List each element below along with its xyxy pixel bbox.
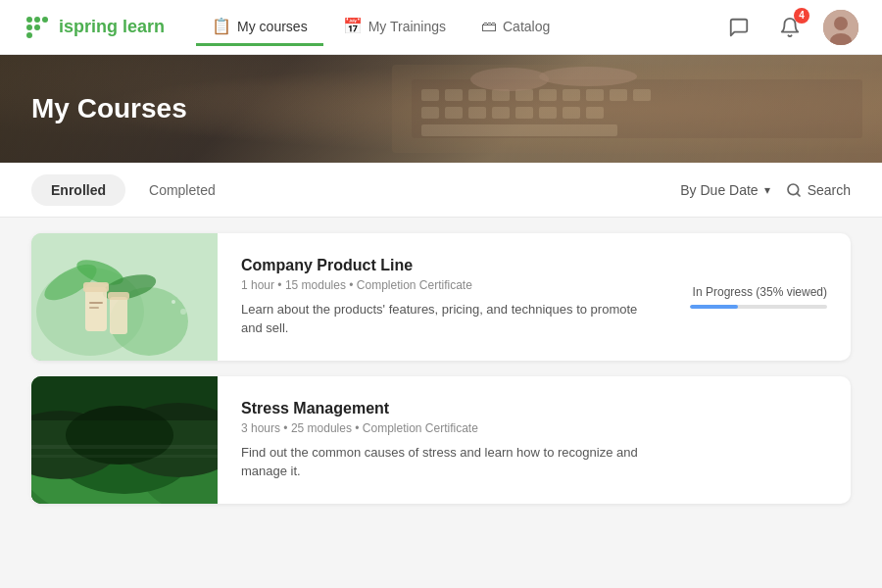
logo[interactable]: ispring learn [24, 14, 165, 41]
svg-point-4 [34, 24, 40, 30]
avatar[interactable] [823, 10, 858, 45]
page-title: My Courses [31, 93, 187, 124]
svg-point-1 [34, 17, 40, 23]
course-card: Stress Management 3 hours • 25 modules •… [31, 376, 851, 504]
svg-rect-25 [515, 107, 533, 119]
course-progress: In Progress (35% viewed) [674, 233, 851, 361]
logo-ispring: ispring [59, 17, 118, 36]
svg-rect-18 [586, 89, 604, 101]
svg-rect-20 [633, 89, 651, 101]
notification-badge: 4 [794, 8, 809, 24]
svg-point-5 [26, 32, 32, 38]
svg-rect-17 [563, 89, 580, 101]
chat-button[interactable] [721, 10, 757, 45]
svg-point-31 [539, 67, 637, 86]
logo-icon [24, 14, 51, 41]
svg-point-47 [180, 309, 186, 315]
hero-banner: My Courses [0, 55, 882, 163]
svg-point-46 [172, 300, 175, 304]
svg-rect-45 [89, 307, 99, 309]
course-card: Company Product Line 1 hour • 15 modules… [31, 233, 851, 361]
tab-completed[interactable]: Completed [129, 174, 235, 206]
chat-icon [728, 17, 750, 38]
svg-rect-29 [421, 124, 617, 136]
svg-rect-23 [468, 107, 486, 119]
svg-line-33 [797, 193, 800, 196]
svg-rect-12 [445, 89, 463, 101]
catalog-icon: 🗃 [481, 18, 497, 35]
svg-rect-41 [83, 282, 109, 292]
course-description: Find out the common causes of stress and… [241, 443, 651, 481]
tab-enrolled[interactable]: Enrolled [31, 174, 125, 206]
svg-rect-43 [108, 292, 129, 300]
nav-actions: 4 [721, 10, 858, 45]
course-thumbnail [31, 233, 218, 361]
svg-rect-28 [586, 107, 604, 119]
course-body: Company Product Line 1 hour • 15 modules… [218, 233, 674, 361]
svg-rect-11 [421, 89, 439, 101]
logo-learn: learn [122, 17, 165, 36]
svg-point-7 [834, 17, 848, 30]
course-thumbnail-image [31, 233, 218, 361]
course-title: Company Product Line [241, 257, 651, 274]
course-title: Stress Management [241, 400, 651, 417]
svg-rect-44 [89, 302, 103, 304]
search-label: Search [808, 182, 851, 198]
svg-point-2 [42, 17, 48, 23]
navbar: ispring learn 📋 My courses 📅 My Training… [0, 0, 882, 55]
course-progress [674, 376, 851, 504]
progress-bar-track [690, 305, 827, 309]
nav-my-courses[interactable]: 📋 My courses [196, 9, 323, 46]
course-tabs: Enrolled Completed [31, 174, 235, 206]
svg-rect-24 [492, 107, 510, 119]
search-icon [786, 182, 802, 198]
sort-button[interactable]: By Due Date ▾ [680, 182, 769, 198]
sort-label: By Due Date [680, 182, 758, 198]
svg-rect-42 [110, 297, 127, 334]
svg-rect-58 [31, 455, 218, 458]
course-description: Learn about the products' features, pric… [241, 300, 651, 338]
my-courses-icon: 📋 [212, 17, 231, 35]
course-meta: 3 hours • 25 modules • Completion Certif… [241, 421, 651, 435]
svg-point-0 [26, 17, 32, 23]
svg-rect-27 [563, 107, 580, 119]
svg-rect-16 [539, 89, 557, 101]
courses-area: Company Product Line 1 hour • 15 modules… [0, 218, 882, 588]
svg-rect-57 [31, 445, 218, 449]
svg-rect-21 [421, 107, 439, 119]
svg-rect-26 [539, 107, 557, 119]
tabs-bar: Enrolled Completed By Due Date ▾ Search [0, 163, 882, 218]
svg-rect-40 [85, 287, 107, 331]
nav-catalog[interactable]: 🗃 Catalog [466, 10, 565, 46]
svg-rect-13 [468, 89, 486, 101]
nav-my-trainings[interactable]: 📅 My Trainings [327, 9, 462, 46]
nav-links: 📋 My courses 📅 My Trainings 🗃 Catalog [196, 9, 690, 45]
chevron-down-icon: ▾ [764, 183, 770, 197]
course-thumbnail-image [31, 376, 218, 504]
svg-rect-19 [610, 89, 627, 101]
search-button[interactable]: Search [786, 182, 851, 198]
svg-rect-56 [31, 376, 218, 420]
progress-label: In Progress (35% viewed) [693, 285, 827, 299]
course-thumbnail [31, 376, 218, 504]
svg-rect-15 [515, 89, 533, 101]
my-trainings-icon: 📅 [343, 17, 363, 35]
svg-point-30 [470, 68, 549, 91]
filter-group: By Due Date ▾ Search [680, 182, 851, 198]
course-meta: 1 hour • 15 modules • Completion Certifi… [241, 278, 651, 292]
notification-wrapper: 4 [772, 10, 808, 45]
svg-rect-22 [445, 107, 463, 119]
avatar-image [823, 10, 858, 45]
course-body: Stress Management 3 hours • 25 modules •… [218, 376, 674, 504]
svg-point-3 [26, 24, 32, 30]
progress-bar-fill [690, 305, 738, 309]
